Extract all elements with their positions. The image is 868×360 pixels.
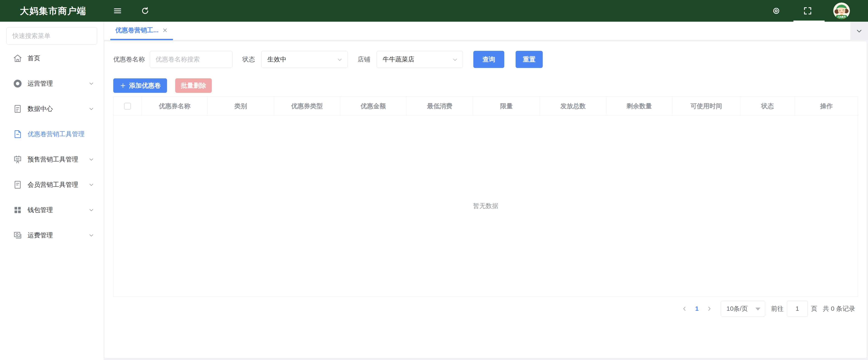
coupon-name-input[interactable] bbox=[150, 51, 232, 68]
select-all-checkbox[interactable] bbox=[124, 103, 131, 109]
sidebar-item-label: 钱包管理 bbox=[28, 206, 53, 214]
goto-page-input[interactable] bbox=[787, 301, 808, 317]
shop-select-value: 牛牛蔬菜店 bbox=[383, 55, 414, 64]
column-header-6: 发放总数 bbox=[540, 97, 606, 116]
column-header-4: 最低消费 bbox=[406, 97, 473, 116]
total-records-text: 共 0 条记录 bbox=[823, 304, 855, 313]
shop-label: 店铺 bbox=[358, 55, 370, 64]
sidebar-item-label: 运费管理 bbox=[28, 231, 53, 240]
add-coupon-button[interactable]: 添加优惠卷 bbox=[113, 78, 167, 93]
action-toolbar: 添加优惠卷 批量删除 bbox=[113, 78, 858, 93]
column-header-1: 类别 bbox=[208, 97, 274, 116]
sidebar-item-label: 首页 bbox=[28, 54, 40, 63]
sidebar: 首页运营管理数据中心优惠卷营销工具管理预售营销工具管理会员营销工具管理钱包管理运… bbox=[0, 22, 104, 360]
column-header-0: 优惠券名称 bbox=[142, 97, 208, 116]
coupon-table: 优惠券名称类别优惠券类型优惠金额最低消费限量发放总数剩余数量可使用时间状态操作 … bbox=[113, 96, 858, 297]
sidebar-item-5[interactable]: 会员营销工具管理 bbox=[0, 172, 104, 197]
sidebar-item-2[interactable]: 数据中心 bbox=[0, 96, 104, 122]
dropdown-triangle-icon bbox=[755, 307, 761, 310]
operations-icon bbox=[13, 78, 23, 89]
page-size-select[interactable]: 10条/页 bbox=[721, 301, 765, 317]
status-select[interactable]: 生效中 bbox=[261, 51, 348, 68]
chevron-down-icon bbox=[452, 57, 458, 63]
chevron-down-icon bbox=[337, 57, 343, 63]
coupon-icon bbox=[13, 129, 23, 139]
empty-state-text: 暂无数据 bbox=[473, 202, 498, 210]
home-icon bbox=[13, 53, 23, 63]
fullscreen-icon[interactable] bbox=[802, 6, 813, 16]
next-page-button[interactable] bbox=[706, 305, 713, 313]
freight-icon bbox=[13, 230, 23, 240]
coupon-name-label: 优惠卷名称 bbox=[113, 55, 145, 64]
page-number-1[interactable]: 1 bbox=[695, 305, 699, 312]
menu-search-input[interactable] bbox=[6, 27, 97, 45]
column-header-8: 可使用时间 bbox=[673, 97, 740, 116]
chevron-left-icon bbox=[681, 305, 688, 312]
tab-collapse-button[interactable] bbox=[850, 22, 868, 40]
sidebar-menu: 首页运营管理数据中心优惠卷营销工具管理预售营销工具管理会员营销工具管理钱包管理运… bbox=[0, 45, 104, 248]
app-header: 大妈集市商户端 bbox=[0, 0, 868, 22]
data-center-icon bbox=[13, 104, 23, 114]
app: 大妈集市商户端 bbox=[0, 0, 868, 360]
status-select-value: 生效中 bbox=[268, 55, 286, 64]
sidebar-item-7[interactable]: 运费管理 bbox=[0, 223, 104, 248]
sidebar-item-1[interactable]: 运营管理 bbox=[0, 71, 104, 96]
batch-delete-button[interactable]: 批量删除 bbox=[175, 78, 212, 93]
filter-row: 优惠卷名称 状态 生效中 店铺 牛牛蔬菜店 查询 重置 bbox=[113, 51, 858, 68]
chevron-down-icon bbox=[88, 105, 95, 112]
page-unit-label: 页 bbox=[811, 304, 817, 313]
chevron-down-icon bbox=[88, 156, 95, 163]
avatar-banner-text: 大妈集市 bbox=[837, 15, 846, 18]
content-card: 优惠卷名称 状态 生效中 店铺 牛牛蔬菜店 查询 重置 bbox=[104, 41, 867, 358]
sidebar-item-label: 运营管理 bbox=[28, 79, 53, 88]
wallet-icon bbox=[13, 205, 23, 215]
sidebar-item-label: 数据中心 bbox=[28, 105, 53, 113]
column-header-3: 优惠金额 bbox=[340, 97, 406, 116]
app-title: 大妈集市商户端 bbox=[20, 5, 86, 17]
chevron-down-icon bbox=[88, 182, 95, 188]
presale-icon bbox=[13, 155, 23, 164]
chevron-down-icon bbox=[88, 80, 95, 87]
hamburger-menu-icon[interactable] bbox=[112, 6, 123, 16]
table-body: 暂无数据 bbox=[114, 116, 858, 296]
member-icon bbox=[13, 180, 23, 190]
pagination: 1 10条/页 前往 页 共 0 条记录 bbox=[113, 301, 858, 317]
chevron-down-icon bbox=[88, 207, 95, 214]
column-header-5: 限量 bbox=[473, 97, 540, 116]
column-header-2: 优惠券类型 bbox=[274, 97, 340, 116]
sidebar-item-0[interactable]: 首页 bbox=[0, 45, 104, 71]
chevron-right-icon bbox=[706, 305, 713, 312]
goto-label: 前往 bbox=[771, 304, 784, 313]
refresh-icon[interactable] bbox=[140, 6, 150, 16]
sidebar-item-label: 预售营销工具管理 bbox=[28, 155, 78, 164]
page-size-value: 10条/页 bbox=[726, 304, 748, 313]
settings-gear-icon[interactable] bbox=[771, 6, 781, 16]
sidebar-item-4[interactable]: 预售营销工具管理 bbox=[0, 147, 104, 172]
query-button[interactable]: 查询 bbox=[473, 51, 504, 68]
column-header-10: 操作 bbox=[795, 97, 858, 116]
status-label: 状态 bbox=[242, 55, 255, 64]
select-all-cell bbox=[114, 97, 142, 116]
tab-bar: 优惠卷营销工... bbox=[104, 22, 868, 40]
prev-page-button[interactable] bbox=[681, 305, 688, 313]
sidebar-item-6[interactable]: 钱包管理 bbox=[0, 197, 104, 223]
tab-label: 优惠卷营销工... bbox=[115, 26, 158, 35]
table-header-row: 优惠券名称类别优惠券类型优惠金额最低消费限量发放总数剩余数量可使用时间状态操作 bbox=[114, 97, 858, 116]
chevron-down-icon bbox=[88, 232, 95, 239]
column-header-9: 状态 bbox=[740, 97, 795, 116]
add-coupon-label: 添加优惠卷 bbox=[129, 81, 161, 90]
column-header-7: 剩余数量 bbox=[606, 97, 673, 116]
chevron-down-icon bbox=[855, 27, 863, 35]
sidebar-item-3[interactable]: 优惠卷营销工具管理 bbox=[0, 122, 104, 147]
user-avatar[interactable]: 大妈集市 bbox=[833, 2, 850, 19]
sidebar-item-label: 会员营销工具管理 bbox=[28, 181, 78, 189]
shop-select[interactable]: 牛牛蔬菜店 bbox=[377, 51, 463, 68]
plus-icon bbox=[120, 82, 126, 89]
sidebar-item-label: 优惠卷营销工具管理 bbox=[28, 130, 85, 138]
tab-coupon-management[interactable]: 优惠卷营销工... bbox=[110, 22, 173, 40]
tab-close-icon[interactable] bbox=[162, 27, 168, 33]
reset-button[interactable]: 重置 bbox=[516, 51, 543, 68]
